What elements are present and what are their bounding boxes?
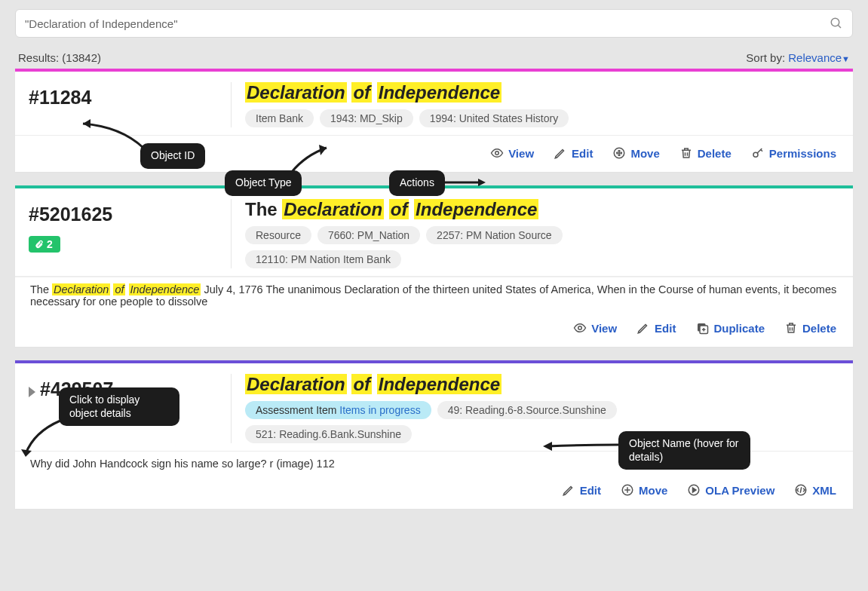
result-preview-text: The Declaration of Independence July 4, … (15, 277, 853, 311)
duplicate-button[interactable]: Duplicate (695, 321, 765, 335)
object-title[interactable]: Declaration of Independence (245, 374, 839, 395)
view-button[interactable]: View (490, 146, 534, 160)
highlight: of (389, 199, 409, 219)
badge-count: 2 (47, 238, 53, 250)
eye-icon (490, 146, 504, 160)
svg-marker-11 (83, 119, 90, 128)
title-column: Declaration of Independence Item Bank 19… (245, 82, 839, 127)
result-card: #5201625 2 The Declaration of Independen… (15, 185, 853, 347)
pencil-icon (562, 483, 575, 497)
highlight: Independence (129, 283, 201, 296)
chip[interactable]: 1943: MD_Skip (320, 109, 413, 127)
edit-button[interactable]: Edit (636, 321, 676, 335)
chip[interactable]: 2257: PM Nation Source (426, 226, 563, 244)
action-label: Move (639, 484, 667, 497)
title-column: The Declaration of Independence Resource… (245, 199, 839, 268)
expand-caret-icon[interactable] (29, 387, 35, 397)
highlight: Independence (377, 374, 501, 394)
action-label: Permissions (769, 147, 836, 160)
annotation-actions: Actions (389, 170, 445, 196)
delete-button[interactable]: Delete (784, 321, 836, 335)
chip-object-type[interactable]: Item Bank (245, 109, 314, 127)
trash-icon (679, 146, 693, 160)
svg-marker-13 (478, 179, 486, 186)
chip[interactable]: 521: Reading.6.Bank.Sunshine (245, 425, 412, 443)
annotation-object-id: Object ID (140, 143, 205, 169)
delete-button[interactable]: Delete (679, 146, 732, 160)
svg-line-1 (838, 25, 841, 28)
chip-object-type[interactable]: Resource (245, 226, 311, 244)
highlight: Independence (377, 82, 501, 103)
attachment-count-badge[interactable]: 2 (29, 236, 60, 253)
annotation-expand: Click to display object details (59, 387, 179, 426)
move-button[interactable]: Move (621, 483, 667, 497)
tag-chips: Resource 7660: PM_Nation 2257: PM Nation… (245, 226, 839, 244)
paperclip-icon (35, 240, 44, 249)
highlight: of (351, 374, 372, 394)
chevron-down-icon: ▼ (842, 54, 850, 63)
search-icon[interactable] (830, 17, 843, 30)
action-label: Move (630, 147, 659, 160)
ola-preview-button[interactable]: OLA Preview (687, 483, 774, 497)
chip-sublink[interactable]: Items in progress (339, 404, 420, 416)
eye-icon (573, 321, 587, 335)
action-label: Edit (572, 147, 593, 160)
action-bar: View Edit Duplicate Delete (15, 311, 853, 338)
edit-button[interactable]: Edit (562, 483, 601, 497)
search-bar[interactable] (15, 9, 853, 38)
chip-object-type[interactable]: Assessment Item Items in progress (245, 401, 431, 419)
tag-chips: Assessment Item Items in progress 49: Re… (245, 401, 839, 419)
duplicate-icon (695, 321, 709, 335)
annotation-arrow (23, 421, 68, 458)
action-label: OLA Preview (705, 484, 774, 497)
key-icon (751, 146, 765, 160)
results-count: Results: (13842) (18, 51, 101, 64)
chip[interactable]: 12110: PM Nation Item Bank (245, 250, 401, 268)
search-input[interactable] (25, 17, 830, 30)
annotation-object-type: Object Type (225, 170, 302, 196)
action-label: View (508, 147, 534, 160)
sort-by[interactable]: Sort by: Relevance▼ (746, 51, 850, 64)
annotation-arrow (442, 178, 487, 187)
view-button[interactable]: View (573, 321, 617, 335)
object-title[interactable]: Declaration of Independence (245, 82, 839, 103)
title-prefix: The (245, 199, 282, 219)
edit-button[interactable]: Edit (554, 146, 593, 160)
action-label: XML (812, 484, 836, 497)
annotation-object-name: Object Name (hover for details) (618, 431, 750, 470)
pencil-icon (554, 146, 567, 160)
play-circle-icon (687, 483, 701, 497)
vertical-separator (231, 199, 232, 268)
highlight: Independence (414, 199, 538, 219)
action-label: Delete (802, 322, 836, 335)
pencil-icon (636, 321, 650, 335)
sort-by-label: Sort by: (746, 51, 785, 64)
action-label: Delete (698, 147, 732, 160)
chip[interactable]: 7660: PM_Nation (317, 226, 420, 244)
tag-chips: Item Bank 1943: MD_Skip 1994: United Sta… (245, 109, 839, 127)
xml-icon (794, 483, 808, 497)
card-header: #5201625 2 The Declaration of Independen… (15, 188, 853, 277)
tag-chips-row2: 12110: PM Nation Item Bank (245, 250, 839, 268)
highlight: of (113, 283, 125, 296)
object-id: #5201625 (29, 204, 217, 225)
action-label: View (591, 322, 617, 335)
highlight: Declaration (52, 283, 110, 296)
chip[interactable]: 1994: United States History (419, 109, 569, 127)
chip[interactable]: 49: Reading.6-8.Source.Sunshine (437, 401, 617, 419)
permissions-button[interactable]: Permissions (751, 146, 836, 160)
svg-marker-14 (21, 449, 32, 457)
action-label: Duplicate (713, 322, 765, 335)
move-button[interactable]: Move (612, 146, 659, 160)
sort-by-value: Relevance (788, 51, 842, 64)
preview-plain: Why did John Handcock sign his name so l… (30, 458, 335, 470)
xml-button[interactable]: XML (794, 483, 836, 497)
svg-point-0 (831, 18, 839, 26)
move-icon (612, 146, 626, 160)
object-id-column: #5201625 2 (29, 199, 217, 268)
action-label: Edit (580, 484, 601, 497)
object-id: #11284 (29, 87, 217, 109)
highlight: Declaration (282, 199, 384, 219)
object-title[interactable]: The Declaration of Independence (245, 199, 839, 220)
preview-prefix: The (30, 283, 52, 296)
